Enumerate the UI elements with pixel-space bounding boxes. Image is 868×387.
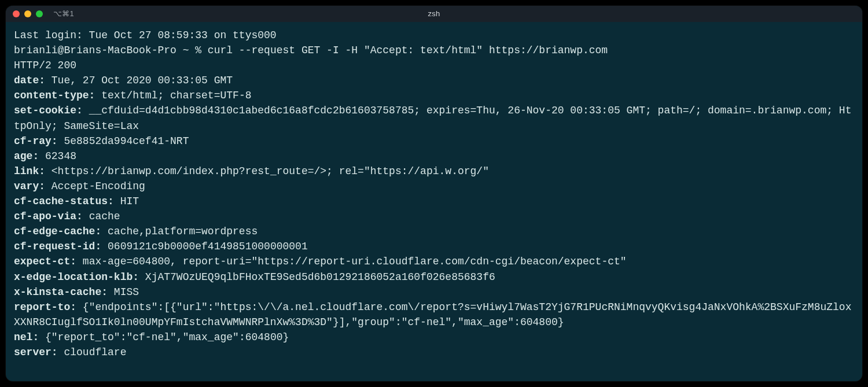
header-value: Accept-Encoding [45,180,145,192]
header-value: max-age=604800, report-uri="https://repo… [76,256,627,267]
header-value: {"report_to":"cf-nel","max_age":604800} [39,331,289,343]
header-key: nel: [14,331,39,343]
header-key: content-type: [14,90,95,101]
window-titlebar: ⌥⌘1 zsh [6,6,862,22]
header-key: date: [14,75,45,86]
header-key: cf-cache-status: [14,196,114,207]
header-value: cloudflare [58,347,127,358]
shell-command: curl --request GET -I -H "Accept: text/h… [208,45,608,56]
header-key: cf-request-id: [14,241,101,252]
last-login-line: Last login: Tue Oct 27 08:59:33 on ttys0… [14,30,277,41]
header-key: set-cookie: [14,105,83,116]
header-key: age: [14,150,39,162]
header-value: text/html; charset=UTF-8 [95,90,251,101]
shell-prompt: brianli@Brians-MacBook-Pro ~ % [14,45,208,56]
tab-shortcut-label: ⌥⌘1 [53,9,74,20]
header-value: <https://brianwp.com/index.php?rest_rout… [45,165,489,177]
close-icon[interactable] [13,10,20,17]
header-key: cf-ray: [14,135,58,147]
header-key: link: [14,165,45,177]
header-value: __cfduid=d4d1cbb98d4310c1abed6c16a8fcdc2… [14,105,851,131]
header-key: cf-edge-cache: [14,226,101,237]
header-value: 5e8852da994cef41-NRT [58,135,189,147]
header-key: server: [14,347,58,358]
header-key: cf-apo-via: [14,211,83,222]
header-value: MISS [108,286,139,298]
traffic-lights [13,10,43,17]
header-value: XjAT7WOzUEQ9qlbFHoxTE9Sed5d6b01292186052… [139,271,495,283]
header-value: {"endpoints":[{"url":"https:\/\/a.nel.cl… [14,301,851,328]
window-title: zsh [428,9,440,20]
header-key: report-to: [14,301,76,313]
header-value: 62348 [39,150,76,162]
header-value: 0609121c9b0000ef4149851000000001 [101,241,307,252]
header-key: x-kinsta-cache: [14,286,108,298]
header-value: Tue, 27 Oct 2020 00:33:05 GMT [45,75,233,86]
http-status-line: HTTP/2 200 [14,60,76,71]
header-key: vary: [14,180,45,192]
header-key: expect-ct: [14,256,76,267]
terminal-window: ⌥⌘1 zsh Last login: Tue Oct 27 08:59:33 … [6,6,862,381]
header-key: x-edge-location-klb: [14,271,139,283]
header-value: cache,platform=wordpress [101,226,258,237]
terminal-output[interactable]: Last login: Tue Oct 27 08:59:33 on ttys0… [6,22,862,368]
response-headers: date: Tue, 27 Oct 2020 00:33:05 GMT cont… [14,75,851,358]
header-value: cache [83,211,120,222]
header-value: HIT [114,196,139,207]
zoom-icon[interactable] [36,10,43,17]
minimize-icon[interactable] [24,10,31,17]
